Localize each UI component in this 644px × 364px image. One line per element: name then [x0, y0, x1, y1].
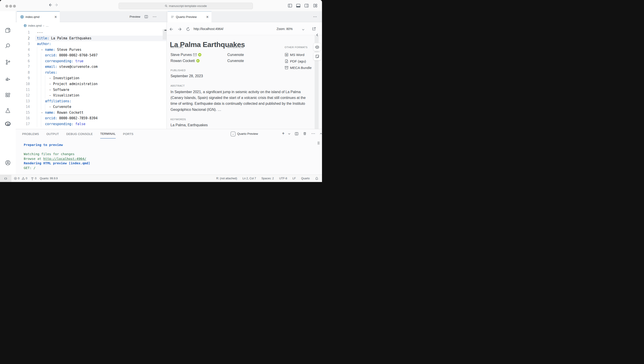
preview-back-icon[interactable] — [169, 27, 174, 31]
panel-tab-terminal[interactable]: TERMINAL — [100, 129, 116, 139]
explorer-icon[interactable] — [5, 27, 11, 33]
tab-quarto-preview[interactable]: Quarto Preview ✕ — [168, 11, 212, 22]
quarto-version-status[interactable]: Quarto: 99.9.9 — [40, 177, 58, 180]
more-actions-icon[interactable]: ⋯ — [313, 14, 317, 19]
format-label: PDF (agu) — [290, 59, 306, 63]
panel-tab-problems[interactable]: PROBLEMS — [22, 129, 39, 139]
preview-url[interactable]: http://localhost:4964/ — [194, 27, 224, 31]
preview-forward-icon[interactable] — [178, 27, 182, 31]
code-line[interactable]: 5 orcid: 0000-0002-0760-5497 — [16, 53, 166, 59]
panel-more-actions-icon[interactable]: ⋯ — [311, 131, 315, 136]
indentation-status[interactable]: Spaces: 2 — [261, 177, 274, 180]
problems-status[interactable]: 0 0 — [14, 177, 27, 180]
split-terminal-icon[interactable] — [295, 132, 298, 136]
notifications-bell-icon[interactable] — [315, 177, 318, 180]
window-zoom-button[interactable] — [13, 5, 16, 8]
line-number: 9 — [16, 76, 30, 81]
collapse-chevron-left-icon[interactable] — [316, 33, 319, 37]
close-icon[interactable]: ✕ — [54, 15, 57, 19]
eol-status[interactable]: LF — [292, 177, 296, 180]
code-line[interactable]: 8 roles: — [16, 70, 166, 76]
preview-button[interactable]: Preview — [130, 15, 140, 18]
customize-layout-icon[interactable] — [313, 3, 318, 8]
reload-icon[interactable] — [186, 27, 190, 31]
terminal-scrollbar[interactable] — [318, 142, 320, 145]
format-row[interactable]: WMS Word — [285, 52, 312, 58]
orcid-icon[interactable]: iD — [198, 53, 202, 56]
line-number: 7 — [16, 64, 30, 70]
format-row[interactable]: APDF (agu) — [285, 58, 312, 65]
breadcrumb[interactable]: index.qmd › … — [16, 22, 166, 29]
cursor-position[interactable]: Ln 2, Col 7 — [242, 177, 256, 180]
code-line[interactable]: 11 - Software — [16, 87, 166, 93]
remote-indicator[interactable] — [0, 175, 12, 182]
editor-scrollbar[interactable] — [163, 29, 166, 40]
terminal-link[interactable]: http://localhost:4964/ — [43, 157, 86, 161]
code-text: - Curvenote — [37, 104, 72, 110]
line-number: 15 — [16, 110, 30, 116]
toggle-secondary-sidebar-icon[interactable] — [304, 3, 309, 8]
toggle-primary-sidebar-icon[interactable] — [288, 3, 292, 8]
history-back-icon[interactable] — [48, 3, 53, 7]
chevron-down-icon[interactable] — [302, 28, 305, 31]
code-line[interactable]: 14 - Curvenote — [16, 104, 166, 110]
window-close-button[interactable] — [5, 5, 8, 8]
code-line[interactable]: 4 - name: Steve Purves — [16, 47, 166, 53]
split-editor-icon[interactable] — [144, 15, 148, 19]
search-icon[interactable] — [5, 43, 11, 49]
extensions-icon[interactable] — [5, 92, 11, 98]
code-text: - Investigation — [37, 76, 80, 81]
code-line[interactable]: 6 corresponding: true — [16, 59, 166, 64]
r-status[interactable]: R: (not attached) — [216, 177, 237, 180]
language-mode-status[interactable]: Quarto — [301, 177, 310, 180]
affiliation-label: AFFILIATION — [227, 46, 244, 49]
ports-status[interactable]: 0 — [31, 177, 36, 180]
kill-terminal-trash-icon[interactable] — [303, 132, 306, 135]
code-line[interactable]: 7 email: steve@curvenote.com — [16, 64, 166, 70]
zoom-level[interactable]: Zoom: 80% — [276, 27, 293, 31]
code-editor[interactable]: 1---2title: La Palma Earthquakes3author:… — [16, 29, 166, 129]
source-control-icon[interactable] — [5, 59, 11, 65]
panel-tab-output[interactable]: OUTPUT — [46, 129, 59, 139]
account-icon[interactable] — [5, 160, 11, 166]
history-forward-icon[interactable] — [54, 3, 58, 7]
orcid-icon[interactable]: iD — [196, 59, 200, 63]
line-number: 13 — [16, 99, 30, 104]
testing-beaker-icon[interactable] — [5, 108, 11, 114]
code-line[interactable]: 2title: La Palma Earthquakes — [16, 36, 166, 42]
preview-focus-button[interactable] — [313, 43, 321, 51]
tab-index-qmd[interactable]: index.qmd ✕ — [17, 11, 60, 22]
code-line[interactable]: 15 - name: Rowan Cockett — [16, 110, 166, 116]
code-line[interactable]: 16 orcid: 0000-0002-7859-8394 — [16, 116, 166, 121]
code-line[interactable]: 9 - Investigation — [16, 76, 166, 81]
preview-note-button[interactable] — [313, 52, 321, 61]
code-line[interactable]: 12 - Visualization — [16, 93, 166, 99]
encoding-status[interactable]: UTF-8 — [279, 177, 287, 180]
code-line[interactable]: 13 affiliations: — [16, 99, 166, 104]
code-line[interactable]: 3author: — [16, 41, 166, 47]
code-line[interactable]: 17 corresponding: false — [16, 121, 166, 127]
panel-tab-ports[interactable]: PORTS — [123, 129, 134, 139]
open-external-icon[interactable] — [312, 27, 316, 31]
token: - Project administration — [49, 82, 98, 86]
more-actions-icon[interactable]: ⋯ — [152, 14, 157, 19]
toggle-panel-icon[interactable] — [296, 3, 300, 8]
window-minimize-button[interactable] — [9, 5, 12, 8]
command-center-search[interactable]: manuscript-template-vscode — [118, 3, 253, 9]
terminal-dropdown-icon[interactable] — [288, 132, 291, 135]
maximize-panel-icon[interactable] — [320, 132, 322, 135]
line-number: 6 — [16, 59, 30, 64]
panel-tab-debug-console[interactable]: DEBUG CONSOLE — [66, 129, 93, 139]
r-language-icon[interactable]: R — [5, 121, 11, 127]
code-line[interactable]: 10 - Project administration — [16, 81, 166, 87]
format-row[interactable]: MECA Bundle — [285, 65, 312, 71]
breadcrumb-file[interactable]: index.qmd — [28, 24, 42, 27]
token: author: — [37, 42, 51, 46]
close-icon[interactable]: ✕ — [206, 15, 209, 19]
run-debug-icon[interactable] — [5, 76, 11, 82]
new-terminal-icon[interactable]: + — [282, 131, 285, 136]
terminal-session-label[interactable]: Quarto Preview — [237, 132, 258, 135]
tab-label: index.qmd — [26, 15, 40, 19]
breadcrumb-more[interactable]: … — [46, 24, 48, 27]
code-line[interactable]: 1--- — [16, 30, 166, 36]
